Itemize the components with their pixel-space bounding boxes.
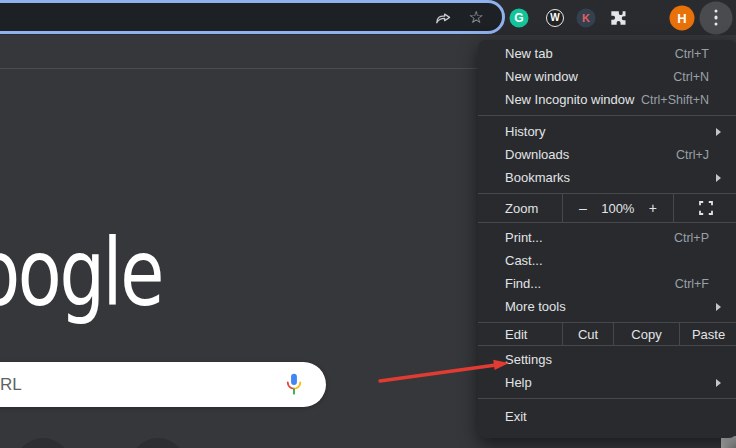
menu-item-new-tab[interactable]: New tab Ctrl+T xyxy=(478,42,736,65)
search-bar[interactable]: RL xyxy=(0,362,326,407)
browser-toolbar: ☆ G W K H xyxy=(0,0,736,35)
menu-item-label: History xyxy=(505,124,716,139)
browser-window: Google RL ☆ G W xyxy=(0,0,736,448)
google-logo: Google xyxy=(0,228,162,320)
menu-item-downloads[interactable]: Downloads Ctrl+J xyxy=(478,143,736,166)
profile-avatar[interactable]: H xyxy=(670,5,695,30)
submenu-arrow-icon xyxy=(716,303,721,311)
copy-button[interactable]: Copy xyxy=(613,323,679,345)
menu-item-print[interactable]: Print... Ctrl+P xyxy=(478,226,736,249)
menu-item-label: Downloads xyxy=(505,147,676,162)
menu-item-find[interactable]: Find... Ctrl+F xyxy=(478,272,736,295)
menu-item-shortcut: Ctrl+P xyxy=(674,231,725,245)
menu-item-shortcut: Ctrl+N xyxy=(673,70,725,84)
three-dot-menu-button[interactable] xyxy=(700,1,733,34)
menu-item-label: Help xyxy=(505,375,716,390)
menu-item-label: Exit xyxy=(505,409,725,424)
menu-item-bookmarks[interactable]: Bookmarks xyxy=(478,166,736,189)
fullscreen-button[interactable] xyxy=(674,194,736,222)
menu-separator xyxy=(478,115,736,116)
menu-item-new-window[interactable]: New window Ctrl+N xyxy=(478,65,736,88)
zoom-label: Zoom xyxy=(478,194,562,222)
menu-item-label: Cast... xyxy=(505,253,725,268)
menu-item-shortcut: Ctrl+Shift+N xyxy=(641,93,725,107)
menu-edit-row: Edit Cut Copy Paste xyxy=(478,322,736,346)
menu-item-exit[interactable]: Exit xyxy=(478,405,736,428)
shortcut-circle[interactable] xyxy=(15,438,71,448)
shortcut-circle[interactable] xyxy=(130,438,186,448)
submenu-arrow-icon xyxy=(716,379,721,387)
menu-separator xyxy=(478,398,736,399)
zoom-level-value: 100% xyxy=(601,201,634,216)
menu-item-label: Find... xyxy=(505,276,675,291)
bookmark-star-icon[interactable]: ☆ xyxy=(466,7,486,27)
menu-item-label: More tools xyxy=(505,299,716,314)
side-panel-icon[interactable] xyxy=(640,10,657,25)
extension-icon-w[interactable]: W xyxy=(546,9,564,27)
voice-search-mic-icon[interactable] xyxy=(284,372,304,397)
menu-item-label: New window xyxy=(505,69,673,84)
menu-item-shortcut: Ctrl+T xyxy=(675,47,725,61)
address-bar[interactable]: ☆ xyxy=(0,0,505,34)
paste-button[interactable]: Paste xyxy=(679,323,736,345)
cut-button[interactable]: Cut xyxy=(562,323,613,345)
edit-label: Edit xyxy=(478,323,562,345)
annotation-arrow xyxy=(372,352,522,388)
share-icon[interactable] xyxy=(433,7,453,27)
zoom-out-button[interactable]: – xyxy=(579,200,587,216)
submenu-arrow-icon xyxy=(716,174,721,182)
menu-item-label: New tab xyxy=(505,46,675,61)
menu-item-label: Bookmarks xyxy=(505,170,716,185)
menu-item-history[interactable]: History xyxy=(478,120,736,143)
zoom-in-button[interactable]: + xyxy=(649,200,657,216)
extension-icon-g[interactable]: G xyxy=(510,8,529,27)
menu-item-shortcut: Ctrl+F xyxy=(675,277,725,291)
menu-item-shortcut: Ctrl+J xyxy=(676,148,725,162)
extensions-puzzle-icon[interactable] xyxy=(608,8,628,28)
fullscreen-icon xyxy=(699,201,713,215)
menu-item-label: Print... xyxy=(505,230,674,245)
extension-icon-k[interactable]: K xyxy=(577,8,596,27)
menu-zoom-row: Zoom – 100% + xyxy=(478,193,736,223)
submenu-arrow-icon xyxy=(716,128,721,136)
menu-item-more-tools[interactable]: More tools xyxy=(478,295,736,318)
menu-item-cast[interactable]: Cast... xyxy=(478,249,736,272)
menu-item-label: New Incognito window xyxy=(505,92,641,107)
menu-item-new-incognito-window[interactable]: New Incognito window Ctrl+Shift+N xyxy=(478,88,736,111)
menu-item-label: Settings xyxy=(505,352,725,367)
search-placeholder-text: RL xyxy=(0,375,284,395)
